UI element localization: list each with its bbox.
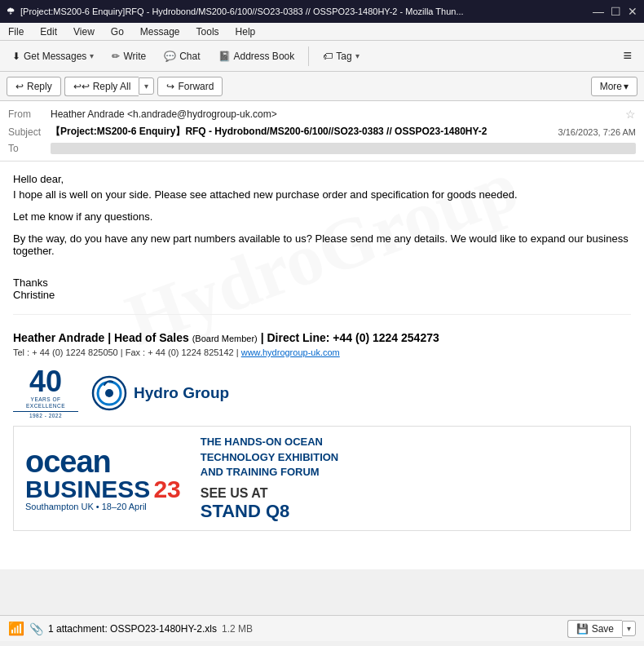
- window-title: [Project:MS200-6 Enquiry]RFQ - Hydrobond…: [20, 7, 464, 16]
- body-line-3: Let me know if any questions.: [13, 210, 631, 223]
- sig-website-link[interactable]: www.hydrogroup-uk.com: [241, 347, 340, 357]
- business-text: BUSINESS: [25, 477, 150, 502]
- ocean-banner: ocean BUSINESS 23 Southampton UK • 18–20…: [13, 426, 631, 531]
- subject-label: Subject: [8, 126, 51, 138]
- reply-button[interactable]: ↩ Reply: [7, 77, 61, 96]
- sign-off-2: Christine: [13, 289, 631, 301]
- menu-edit[interactable]: Edit: [37, 24, 60, 39]
- star-icon[interactable]: ☆: [625, 108, 636, 121]
- reply-all-button[interactable]: ↩↩ Reply All: [64, 77, 139, 96]
- sig-direct-text: | Direct Line: +44 (0) 1224 254273: [261, 331, 439, 344]
- sign-off: Thanks Christine: [13, 277, 631, 301]
- action-bar: ↩ Reply ↩↩ Reply All ▾ ↪ Forward More ▾: [0, 72, 644, 101]
- hydro-group-text: Hydro Group: [134, 384, 229, 402]
- to-row: To: [8, 141, 636, 156]
- reply-icon: ↩: [15, 81, 24, 92]
- get-messages-button[interactable]: ⬇ Get Messages ▾: [5, 46, 101, 66]
- from-value: Heather Andrade <h.andrade@hydrogroup-uk…: [51, 108, 620, 120]
- reply-all-dropdown[interactable]: ▾: [139, 77, 154, 95]
- chat-icon: 💬: [164, 51, 176, 62]
- hamburger-menu-button[interactable]: ≡: [615, 43, 639, 69]
- email-content: Hello dear, I hope all is well on your s…: [13, 173, 631, 531]
- get-messages-dropdown-icon[interactable]: ▾: [90, 51, 94, 60]
- body-line-4: By the way, do you have any new part num…: [13, 232, 631, 257]
- title-bar-left: 🌩 [Project:MS200-6 Enquiry]RFQ - Hydrobo…: [7, 7, 464, 16]
- toolbar-separator: [308, 46, 309, 66]
- to-value: [51, 143, 636, 154]
- subject-value: 【Project:MS200-6 Enquiry】RFQ - Hydrobond…: [51, 125, 549, 139]
- more-dropdown-icon: ▾: [624, 81, 629, 92]
- ocean-text: ocean: [25, 446, 181, 477]
- menu-bar: File Edit View Go Message Tools Help: [0, 23, 644, 41]
- see-us-area: SEE US AT STAND Q8: [201, 486, 339, 522]
- years-divider: [13, 411, 78, 412]
- to-label: To: [8, 143, 51, 154]
- address-book-button[interactable]: 📓 Address Book: [211, 46, 302, 66]
- menu-view[interactable]: View: [70, 24, 98, 39]
- reply-all-icon: ↩↩: [73, 81, 90, 92]
- save-icon: 💾: [576, 623, 589, 635]
- stand-text: STAND Q8: [201, 501, 339, 522]
- more-button[interactable]: More ▾: [591, 77, 637, 96]
- logo-area: 40 YEARS OF EXCELLENCE 1982 - 2022: [13, 367, 631, 419]
- main-toolbar: ⬇ Get Messages ▾ ✏ Write 💬 Chat 📓 Addres…: [0, 41, 644, 72]
- subject-row: Subject 【Project:MS200-6 Enquiry】RFQ - H…: [8, 122, 636, 141]
- title-bar: 🌩 [Project:MS200-6 Enquiry]RFQ - Hydrobo…: [0, 0, 644, 23]
- menu-message[interactable]: Message: [137, 24, 183, 39]
- menu-tools[interactable]: Tools: [193, 24, 223, 39]
- tag-button[interactable]: 🏷 Tag ▾: [315, 46, 366, 66]
- email-date: 3/16/2023, 7:26 AM: [558, 127, 636, 137]
- ocean-banner-left: ocean BUSINESS 23 Southampton UK • 18–20…: [25, 446, 181, 511]
- tagline: THE HANDS-ON OCEAN TECHNOLOGY EXHIBITION…: [201, 435, 339, 480]
- menu-go[interactable]: Go: [108, 24, 127, 39]
- ocean-banner-right: THE HANDS-ON OCEAN TECHNOLOGY EXHIBITION…: [201, 435, 339, 522]
- write-button[interactable]: ✏ Write: [104, 46, 153, 66]
- sig-contact: Tel : + 44 (0) 1224 825050 | Fax : + 44 …: [13, 347, 631, 357]
- body-line-1: Hello dear,: [13, 173, 631, 185]
- hydro-group-logo: Hydro Group: [91, 375, 229, 411]
- svg-point-1: [105, 389, 113, 397]
- body-line-2: I hope all is well on your side. Please …: [13, 188, 631, 201]
- attachment-bar: 📶 📎 1 attachment: OSSPO23-1480HY-2.xls 1…: [0, 615, 644, 641]
- menu-file[interactable]: File: [5, 24, 27, 39]
- address-book-icon: 📓: [218, 51, 231, 62]
- save-button[interactable]: 💾 Save: [567, 620, 622, 638]
- from-row: From Heather Andrade <h.andrade@hydrogro…: [8, 106, 636, 122]
- forward-button[interactable]: ↪ Forward: [157, 77, 223, 96]
- reply-all-group: ↩↩ Reply All ▾: [64, 77, 155, 96]
- sig-name: Heather Andrade | Head of Sales (Board M…: [13, 331, 631, 344]
- forward-icon: ↪: [166, 81, 174, 92]
- window-controls: — ☐ ✕: [593, 5, 637, 18]
- year-text: 23: [153, 477, 180, 502]
- attachment-count: 1 attachment: OSSPO23-1480HY-2.xls: [48, 623, 217, 635]
- forty-number: 40: [29, 367, 62, 396]
- menu-help[interactable]: Help: [232, 24, 259, 39]
- minimize-button[interactable]: —: [593, 5, 604, 18]
- tag-icon: 🏷: [323, 51, 333, 62]
- signature: Heather Andrade | Head of Sales (Board M…: [13, 314, 631, 531]
- forty-years-logo: 40 YEARS OF EXCELLENCE 1982 - 2022: [13, 367, 78, 419]
- save-dropdown[interactable]: ▾: [622, 621, 636, 636]
- app-icon: 🌩: [7, 7, 15, 16]
- save-button-group: 💾 Save ▾: [567, 620, 636, 638]
- southampton-text: Southampton UK • 18–20 April: [25, 502, 181, 511]
- chat-button[interactable]: 💬 Chat: [157, 46, 207, 66]
- hydro-swirl-icon: [91, 375, 127, 411]
- from-label: From: [8, 108, 51, 120]
- write-icon: ✏: [112, 51, 120, 62]
- attachment-icon: 📎: [29, 622, 43, 635]
- years-text: YEARS OF EXCELLENCE 1982 - 2022: [13, 396, 78, 419]
- get-messages-icon: ⬇: [12, 51, 20, 62]
- see-us-text: SEE US AT: [201, 486, 339, 501]
- maximize-button[interactable]: ☐: [611, 5, 621, 18]
- email-body-container: HydroGroup Hello dear, I hope all is wel…: [0, 162, 644, 569]
- business-year-row: BUSINESS 23: [25, 477, 181, 502]
- email-body-scroll[interactable]: HydroGroup Hello dear, I hope all is wel…: [0, 162, 644, 615]
- close-button[interactable]: ✕: [628, 5, 637, 18]
- sig-name-text: Heather Andrade | Head of Sales: [13, 331, 189, 344]
- attachment-size: 1.2 MB: [222, 623, 253, 635]
- tag-dropdown-icon[interactable]: ▾: [355, 51, 359, 60]
- sign-off-1: Thanks: [13, 277, 631, 289]
- forty-number-group: 40: [29, 367, 62, 396]
- email-header: From Heather Andrade <h.andrade@hydrogro…: [0, 101, 644, 162]
